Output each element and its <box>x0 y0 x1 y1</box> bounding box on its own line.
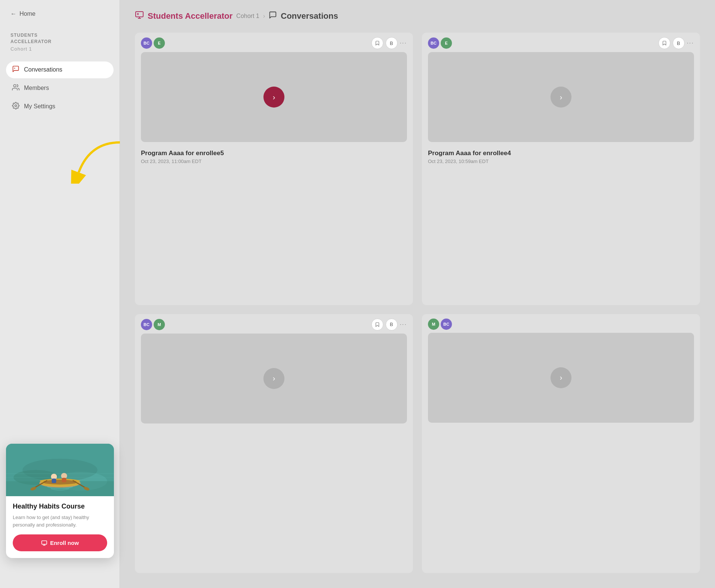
user-btn-2[interactable]: B <box>673 37 685 49</box>
card-2-title: Program Aaaa for enrollee4 <box>428 150 694 157</box>
sidebar: ← Home STUDENTSACCELLERATOR Cohort 1 Con… <box>0 0 120 588</box>
main-header: Students Accellerator Cohort 1 › Convers… <box>120 0 715 29</box>
conversations-breadcrumb-icon <box>269 11 277 21</box>
sidebar-item-settings[interactable]: My Settings <box>6 98 114 115</box>
bookmark-btn-2[interactable] <box>658 37 670 49</box>
cohort-breadcrumb: Cohort 1 <box>236 13 259 19</box>
enroll-label: Enroll now <box>50 540 79 546</box>
bookmark-btn-3[interactable] <box>371 319 383 331</box>
card-3-info <box>135 426 413 438</box>
conversation-card-4: M BC › <box>422 314 700 573</box>
svg-rect-22 <box>136 12 143 17</box>
more-btn-1[interactable]: ··· <box>400 40 407 46</box>
settings-icon <box>12 102 19 111</box>
conversations-label: Conversations <box>24 66 62 73</box>
svg-rect-18 <box>52 479 56 483</box>
course-image <box>6 444 114 496</box>
course-popup-card: Healthy Habits Course Learn how to get (… <box>6 444 114 558</box>
card-2-info: Program Aaaa for enrollee4 Oct 23, 2023,… <box>422 145 700 170</box>
svg-rect-0 <box>14 67 15 69</box>
avatar-bc-2: BC <box>428 37 439 49</box>
avatar-bc: BC <box>141 37 152 49</box>
card-1-media: › <box>141 52 407 142</box>
card-2-actions: B ··· <box>658 37 694 49</box>
members-icon <box>12 84 19 93</box>
section-label: Conversations <box>281 11 338 21</box>
conversations-icon <box>12 65 19 75</box>
sidebar-org-info: STUDENTSACCELLERATOR Cohort 1 <box>0 25 120 58</box>
breadcrumb-separator: › <box>263 13 265 19</box>
conversation-card-1: BC E B ··· › Program Aaaa for enroll <box>135 33 413 305</box>
more-btn-2[interactable]: ··· <box>687 40 694 46</box>
breadcrumb: Students Accellerator Cohort 1 › Convers… <box>135 10 338 21</box>
card-4-media: › <box>428 333 694 423</box>
conversation-card-3: BC M B ··· › <box>135 314 413 573</box>
enroll-icon <box>41 540 47 546</box>
app-name: Students Accellerator <box>148 11 233 21</box>
org-name: STUDENTSACCELLERATOR <box>10 32 109 45</box>
course-title: Healthy Habits Course <box>13 502 107 511</box>
svg-point-7 <box>22 459 97 481</box>
card-2-header: BC E B ··· <box>422 33 700 49</box>
play-btn-3[interactable]: › <box>263 368 284 389</box>
sidebar-item-conversations[interactable]: Conversations <box>6 61 114 78</box>
card-2-date: Oct 23, 2023, 10:59am EDT <box>428 159 694 164</box>
card-2-media: › <box>428 52 694 142</box>
avatar-bc-3: BC <box>141 319 152 330</box>
card-3-actions: B ··· <box>371 319 407 331</box>
card-1-actions: B ··· <box>371 37 407 49</box>
card-4-header: M BC <box>422 314 700 330</box>
sidebar-home-link[interactable]: ← Home <box>0 0 120 25</box>
back-arrow-icon: ← <box>10 10 16 17</box>
avatar-e-2: E <box>441 37 452 49</box>
card-4-info <box>422 426 700 438</box>
card-3-header: BC M B ··· <box>135 314 413 331</box>
app-icon <box>135 10 144 21</box>
svg-rect-20 <box>62 478 66 482</box>
enroll-now-button[interactable]: Enroll now <box>13 534 107 551</box>
card-1-avatars-left: BC E <box>141 37 165 49</box>
play-btn-1[interactable]: › <box>263 87 284 108</box>
avatar-m-3: M <box>154 319 165 330</box>
card-1-title: Program Aaaa for enrollee5 <box>141 150 407 157</box>
user-btn-1[interactable]: B <box>386 37 398 49</box>
user-btn-3[interactable]: B <box>386 319 398 331</box>
more-btn-3[interactable]: ··· <box>400 321 407 328</box>
card-1-header: BC E B ··· <box>135 33 413 49</box>
cohort-label: Cohort 1 <box>10 46 109 52</box>
card-2-avatars-left: BC E <box>428 37 452 49</box>
card-3-avatars-left: BC M <box>141 319 165 330</box>
sidebar-item-members[interactable]: Members <box>6 80 114 97</box>
course-description: Learn how to get (and stay) healthy pers… <box>13 514 107 528</box>
members-label: Members <box>24 85 49 91</box>
svg-point-2 <box>15 105 17 106</box>
sidebar-nav: Conversations Members My Settings <box>0 58 120 118</box>
card-3-media: › <box>141 334 407 423</box>
home-label: Home <box>19 10 36 17</box>
course-card-body: Healthy Habits Course Learn how to get (… <box>6 496 114 558</box>
avatar-m-4: M <box>428 319 439 330</box>
settings-label: My Settings <box>24 103 55 110</box>
card-1-info: Program Aaaa for enrollee5 Oct 23, 2023,… <box>135 145 413 170</box>
avatar-e: E <box>154 37 165 49</box>
play-btn-4[interactable]: › <box>550 367 571 388</box>
main-content: Students Accellerator Cohort 1 › Convers… <box>120 0 715 588</box>
card-1-date: Oct 23, 2023, 11:00am EDT <box>141 159 407 164</box>
students-accelerator-icon <box>135 10 144 19</box>
play-btn-2[interactable]: › <box>550 87 571 108</box>
svg-rect-21 <box>42 541 46 544</box>
card-4-avatars-left: M BC <box>428 319 452 330</box>
conversations-grid: BC E B ··· › Program Aaaa for enroll <box>120 29 715 588</box>
bookmark-btn-1[interactable] <box>371 37 383 49</box>
avatar-bc-4: BC <box>441 319 452 330</box>
conversation-card-2: BC E B ··· › Program Aaaa for enroll <box>422 33 700 305</box>
arrow-annotation <box>67 139 127 185</box>
svg-point-1 <box>13 84 16 87</box>
